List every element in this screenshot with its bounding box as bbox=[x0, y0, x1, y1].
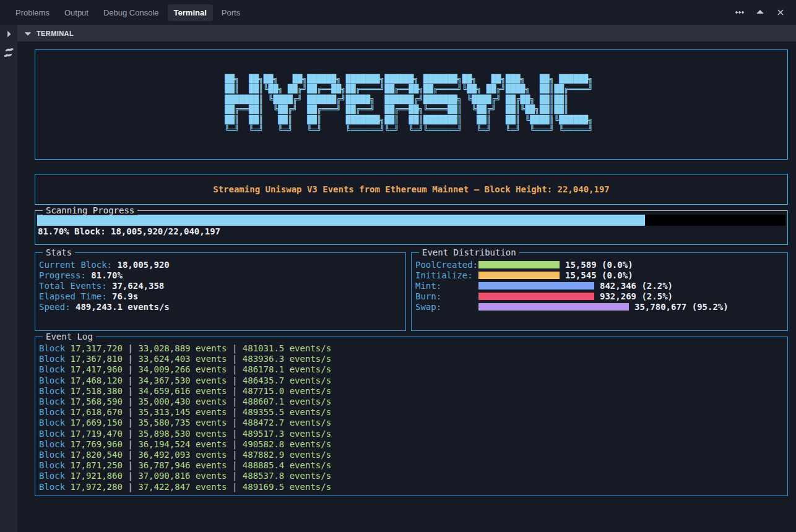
more-actions-icon[interactable] bbox=[734, 7, 745, 18]
event-log-title: Event Log bbox=[43, 332, 96, 341]
log-separator: | bbox=[128, 364, 132, 374]
log-block-number: 17,820,540 bbox=[71, 450, 123, 460]
log-separator: | bbox=[232, 386, 237, 396]
stat-row: Speed: 489,243.1 events/s bbox=[39, 302, 405, 312]
distribution-value: 15,545 (0.0%) bbox=[565, 270, 633, 280]
log-separator: | bbox=[128, 471, 132, 481]
stat-value: 81.70% bbox=[91, 270, 123, 280]
distribution-bar bbox=[478, 272, 560, 279]
log-speed: 481031.5 events/s bbox=[243, 343, 331, 353]
log-speed: 488885.4 events/s bbox=[243, 460, 331, 470]
event-log-row: Block 17,719,470 | 35,898,530 events | 4… bbox=[39, 429, 787, 439]
log-block-number: 17,921,860 bbox=[71, 471, 123, 481]
event-log-row: Block 17,417,960 | 34,009,266 events | 4… bbox=[39, 364, 787, 375]
expand-panel-icon[interactable] bbox=[3, 28, 14, 40]
distribution-value: 15,589 (0.0%) bbox=[565, 260, 633, 270]
log-block-label: Block bbox=[39, 460, 65, 470]
tab-problems[interactable]: Problems bbox=[9, 4, 56, 21]
stats-list: Current Block: 18,005,920 Progress: 81.7… bbox=[39, 260, 405, 312]
log-separator: | bbox=[128, 429, 132, 439]
scanning-progress-title: Scanning Progress bbox=[43, 205, 137, 215]
log-separator: | bbox=[232, 354, 237, 364]
log-block-number: 17,417,960 bbox=[71, 364, 123, 374]
stats-title: Stats bbox=[43, 247, 75, 257]
log-events: 34,367,530 events bbox=[138, 375, 227, 385]
log-events: 36,194,524 events bbox=[138, 439, 227, 449]
log-separator: | bbox=[128, 407, 132, 417]
close-panel-icon[interactable] bbox=[775, 7, 786, 18]
log-events: 37,422,847 events bbox=[138, 482, 227, 492]
log-events: 34,009,266 events bbox=[138, 364, 227, 374]
log-block-label: Block bbox=[39, 375, 65, 385]
panel-tabbar: Problems Output Debug Console Terminal P… bbox=[0, 0, 796, 25]
log-separator: | bbox=[128, 375, 132, 385]
log-block-label: Block bbox=[39, 343, 65, 353]
tab-debug-console[interactable]: Debug Console bbox=[97, 4, 165, 21]
log-separator: | bbox=[232, 364, 237, 374]
log-block-number: 17,719,470 bbox=[71, 429, 123, 439]
log-block-label: Block bbox=[39, 364, 65, 374]
progress-caption: 81.70% Block: 18,005,920/22,040,197 bbox=[37, 226, 785, 238]
log-speed: 483936.3 events/s bbox=[243, 354, 331, 364]
log-speed: 489169.5 events/s bbox=[243, 482, 331, 492]
log-speed: 486435.7 events/s bbox=[243, 375, 331, 385]
stat-label: Speed: bbox=[39, 302, 71, 312]
distribution-label: PoolCreated: bbox=[415, 260, 478, 270]
distribution-value: 932,269 (2.5%) bbox=[600, 291, 673, 301]
streaming-info-box: Streaming Uniswap V3 Events from Ethereu… bbox=[35, 174, 788, 205]
log-separator: | bbox=[232, 482, 237, 492]
log-separator: | bbox=[232, 397, 237, 406]
log-block-label: Block bbox=[39, 439, 65, 449]
terminal-section-label: TERMINAL bbox=[37, 30, 74, 37]
distribution-row: Burn: 932,269 (2.5%) bbox=[415, 291, 787, 301]
terminal-section-header[interactable]: TERMINAL bbox=[17, 25, 796, 41]
log-events: 35,313,145 events bbox=[138, 407, 227, 417]
log-separator: | bbox=[232, 439, 237, 449]
log-block-number: 17,367,810 bbox=[71, 354, 123, 364]
event-log-row: Block 17,820,540 | 36,492,093 events | 4… bbox=[39, 450, 787, 460]
distribution-row: Initialize: 15,545 (0.0%) bbox=[415, 270, 787, 280]
chevron-down-icon bbox=[22, 28, 33, 39]
log-separator: | bbox=[232, 429, 237, 439]
log-block-label: Block bbox=[39, 482, 65, 492]
hypersync-banner-box: ██╗ ██╗██╗ ██╗██████╗ ███████╗██████╗ ██… bbox=[35, 49, 788, 160]
log-separator: | bbox=[232, 375, 237, 385]
log-events: 34,659,616 events bbox=[138, 386, 227, 396]
distribution-value: 35,780,677 (95.2%) bbox=[634, 302, 729, 312]
panel-actions bbox=[734, 7, 786, 18]
event-log-list: Block 17,317,720 | 33,028,889 events | 4… bbox=[39, 343, 787, 492]
progress-bar-fill bbox=[37, 215, 645, 226]
log-separator: | bbox=[232, 343, 237, 353]
tab-terminal[interactable]: Terminal bbox=[168, 4, 213, 21]
sync-icon[interactable] bbox=[3, 47, 14, 58]
log-separator: | bbox=[128, 354, 132, 364]
stat-row: Progress: 81.70% bbox=[39, 270, 405, 281]
event-log-row: Block 17,871,250 | 36,787,946 events | 4… bbox=[39, 460, 787, 471]
terminal-viewport[interactable]: ██╗ ██╗██╗ ██╗██████╗ ███████╗██████╗ ██… bbox=[17, 41, 796, 532]
event-log-row: Block 17,618,670 | 35,313,145 events | 4… bbox=[39, 407, 787, 418]
tab-ports[interactable]: Ports bbox=[215, 4, 246, 21]
log-block-label: Block bbox=[39, 397, 65, 406]
log-block-label: Block bbox=[39, 354, 65, 364]
stat-value: 489,243.1 events/s bbox=[76, 302, 170, 312]
distribution-label: Swap: bbox=[415, 302, 478, 312]
stat-label: Elapsed Time: bbox=[39, 291, 107, 301]
terminal-gutter bbox=[0, 25, 17, 532]
log-block-number: 17,618,670 bbox=[71, 407, 123, 417]
log-block-label: Block bbox=[39, 418, 65, 427]
tab-output[interactable]: Output bbox=[58, 4, 95, 21]
distribution-label: Mint: bbox=[415, 281, 478, 291]
log-speed: 489517.3 events/s bbox=[243, 429, 331, 439]
stat-label: Current Block: bbox=[39, 260, 112, 270]
event-log-row: Block 17,568,590 | 35,000,430 events | 4… bbox=[39, 397, 787, 407]
log-separator: | bbox=[128, 397, 132, 406]
progress-bar-track bbox=[37, 215, 785, 226]
maximize-panel-icon[interactable] bbox=[755, 7, 766, 18]
event-log-row: Block 17,518,380 | 34,659,616 events | 4… bbox=[39, 386, 787, 397]
distribution-bar bbox=[478, 303, 629, 311]
event-log-row: Block 17,921,860 | 37,090,816 events | 4… bbox=[39, 471, 787, 481]
distribution-row: Mint: 842,346 (2.2%) bbox=[415, 280, 787, 291]
stat-row: Total Events: 37,624,358 bbox=[39, 281, 405, 291]
log-block-label: Block bbox=[39, 471, 65, 481]
event-distribution-list: PoolCreated: 15,589 (0.0%) Initialize: 1… bbox=[415, 259, 787, 312]
